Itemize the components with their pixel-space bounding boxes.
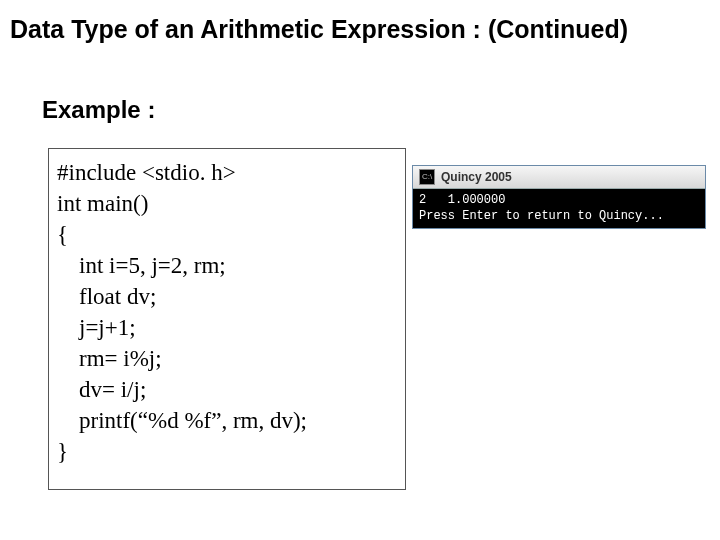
code-line: printf(“%d %f”, rm, dv); [57,405,397,436]
code-line: rm= i%j; [57,343,397,374]
code-line: int main() [57,188,397,219]
code-line: #include <stdio. h> [57,157,397,188]
example-heading: Example : [42,96,155,124]
terminal-icon: C:\ [419,169,435,185]
console-window: C:\ Quincy 2005 2 1.000000 Press Enter t… [412,165,706,229]
page-title: Data Type of an Arithmetic Expression : … [10,14,710,44]
code-line: { [57,219,397,250]
console-line: Press Enter to return to Quincy... [419,209,664,223]
code-line: float dv; [57,281,397,312]
code-line: int i=5, j=2, rm; [57,250,397,281]
slide: Data Type of an Arithmetic Expression : … [0,0,720,540]
console-titlebar: C:\ Quincy 2005 [413,166,705,189]
code-line: j=j+1; [57,312,397,343]
console-title-text: Quincy 2005 [441,170,512,184]
code-box: #include <stdio. h> int main() { int i=5… [48,148,406,490]
console-output: 2 1.000000 Press Enter to return to Quin… [413,189,705,228]
code-line: dv= i/j; [57,374,397,405]
console-line: 2 1.000000 [419,193,505,207]
code-line: } [57,436,397,467]
